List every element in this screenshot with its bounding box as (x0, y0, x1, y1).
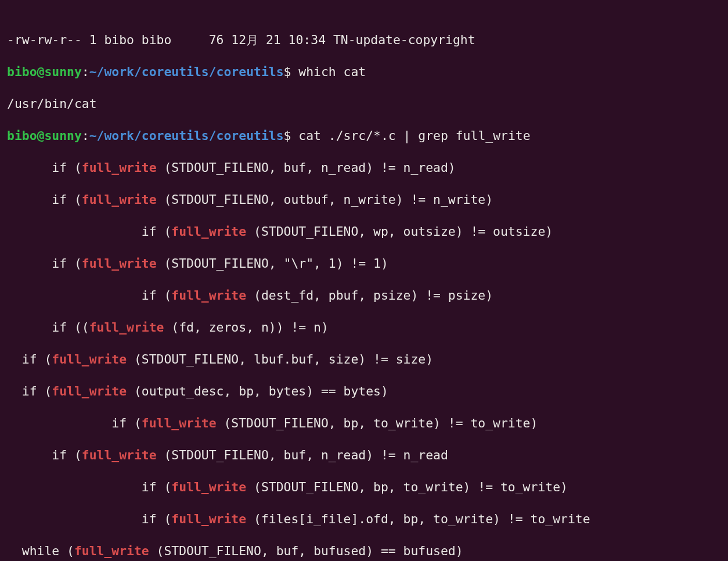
grep-match: full_write (74, 544, 149, 558)
grep-line: if (full_write (dest_fd, pbuf, psize) !=… (7, 287, 721, 304)
grep-pre: if ( (7, 352, 52, 366)
prompt-line-2[interactable]: bibo@sunny:~/work/coreutils/coreutils$ c… (7, 128, 721, 144)
grep-match: full_write (89, 320, 164, 335)
grep-pre: if ( (7, 224, 171, 239)
grep-line: if (full_write (STDOUT_FILENO, wp, outsi… (7, 224, 721, 240)
grep-post: (STDOUT_FILENO, bp, to_write) != to_writ… (246, 480, 568, 494)
grep-match: full_write (82, 256, 157, 271)
grep-match: full_write (82, 192, 157, 207)
grep-line: if (full_write (files[i_file].ofd, bp, t… (7, 511, 721, 527)
grep-post: (STDOUT_FILENO, lbuf.buf, size) != size) (127, 352, 433, 366)
grep-post: (STDOUT_FILENO, buf, n_read) != n_read (157, 448, 448, 462)
prompt-dollar: $ (284, 64, 291, 79)
command-input[interactable]: cat ./src/*.c | grep full_write (291, 128, 530, 143)
grep-pre: if ( (7, 192, 82, 207)
grep-match: full_write (171, 480, 246, 494)
prompt-line-1[interactable]: bibo@sunny:~/work/coreutils/coreutils$ w… (7, 64, 721, 80)
which-output: /usr/bin/cat (7, 96, 97, 111)
grep-post: (STDOUT_FILENO, bp, to_write) != to_writ… (217, 416, 538, 430)
grep-post: (STDOUT_FILENO, buf, n_read) != n_read) (157, 160, 456, 175)
grep-post: (STDOUT_FILENO, buf, bufused) == bufused… (149, 544, 463, 558)
grep-pre: if ( (7, 416, 142, 430)
grep-line: if (full_write (STDOUT_FILENO, buf, n_re… (7, 160, 721, 176)
grep-pre: if ( (7, 512, 171, 526)
grep-post: (STDOUT_FILENO, outbuf, n_write) != n_wr… (157, 192, 493, 207)
grep-match: full_write (171, 224, 246, 239)
grep-line: if (full_write (STDOUT_FILENO, outbuf, n… (7, 192, 721, 208)
grep-post: (STDOUT_FILENO, wp, outsize) != outsize) (246, 224, 553, 239)
grep-post: (fd, zeros, n)) != n) (164, 320, 328, 335)
grep-line: if (full_write (STDOUT_FILENO, buf, n_re… (7, 447, 721, 463)
grep-pre: if ( (7, 288, 171, 303)
command-input[interactable]: which cat (291, 64, 366, 79)
prompt-dollar: $ (284, 128, 291, 143)
prompt-cwd: ~/work/coreutils/coreutils (89, 64, 284, 79)
prompt-colon: : (82, 64, 89, 79)
grep-line: if (full_write (output_desc, bp, bytes) … (7, 383, 721, 400)
prompt-colon: : (82, 128, 89, 143)
grep-match: full_write (82, 448, 157, 462)
grep-pre: if ( (7, 480, 171, 494)
grep-match: full_write (171, 512, 246, 526)
grep-pre: if ( (7, 384, 52, 398)
output-line: /usr/bin/cat (7, 96, 721, 112)
grep-post: (dest_fd, pbuf, psize) != psize) (246, 288, 493, 303)
grep-match: full_write (82, 160, 157, 175)
grep-post: (STDOUT_FILENO, "\r", 1) != 1) (157, 256, 388, 271)
ls-output: -rw-rw-r-- 1 bibo bibo 76 12月 21 10:34 T… (7, 33, 475, 47)
grep-post: (files[i_file].ofd, bp, to_write) != to_… (246, 512, 590, 526)
terminal[interactable]: -rw-rw-r-- 1 bibo bibo 76 12月 21 10:34 T… (0, 0, 728, 561)
prompt-user: bibo@sunny (7, 128, 82, 143)
prompt-cwd: ~/work/coreutils/coreutils (89, 128, 284, 143)
grep-line: if (full_write (STDOUT_FILENO, lbuf.buf,… (7, 351, 721, 368)
grep-pre: if ( (7, 160, 82, 175)
grep-post: (output_desc, bp, bytes) == bytes) (127, 384, 388, 398)
grep-match: full_write (142, 416, 217, 430)
grep-match: full_write (52, 352, 127, 366)
prompt-user: bibo@sunny (7, 64, 82, 79)
grep-line: if (full_write (STDOUT_FILENO, "\r", 1) … (7, 256, 721, 272)
grep-pre: if ( (7, 448, 82, 462)
grep-line: if (full_write (STDOUT_FILENO, bp, to_wr… (7, 415, 721, 431)
grep-pre: if ( (7, 256, 82, 271)
grep-line: if (full_write (STDOUT_FILENO, bp, to_wr… (7, 479, 721, 495)
grep-line: if ((full_write (fd, zeros, n)) != n) (7, 319, 721, 336)
grep-pre: if (( (7, 320, 89, 335)
grep-match: full_write (171, 288, 246, 303)
grep-pre: while ( (7, 544, 74, 558)
output-line: -rw-rw-r-- 1 bibo bibo 76 12月 21 10:34 T… (7, 32, 721, 48)
grep-match: full_write (52, 384, 127, 398)
grep-line: while (full_write (STDOUT_FILENO, buf, b… (7, 543, 721, 559)
